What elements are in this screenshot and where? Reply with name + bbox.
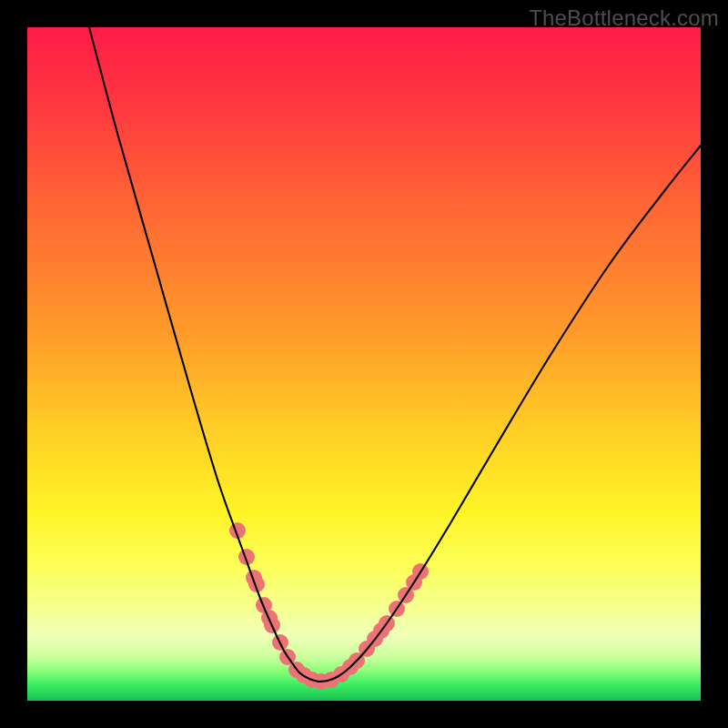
curve-layer (27, 27, 701, 701)
left-arm-curve (89, 27, 318, 682)
right-arm-curve (318, 146, 701, 682)
watermark-text: TheBottleneck.com (529, 5, 719, 31)
chart-frame (27, 27, 701, 701)
